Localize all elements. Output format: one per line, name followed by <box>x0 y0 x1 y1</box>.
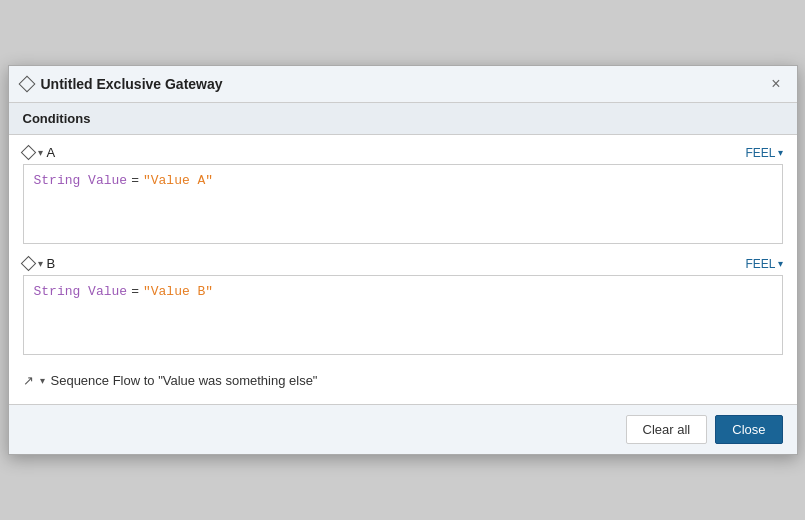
condition-a-header: ▾ A FEEL ▾ <box>23 145 783 160</box>
condition-b-name: B <box>47 256 56 271</box>
dialog-footer: Clear all Close <box>9 404 797 454</box>
condition-a-dropdown-arrow[interactable]: ▾ <box>38 147 43 158</box>
dialog: Untitled Exclusive Gateway × Conditions … <box>8 65 798 455</box>
condition-a-keyword: String Value <box>34 173 128 188</box>
close-button[interactable]: Close <box>715 415 782 444</box>
condition-a-feel-arrow: ▾ <box>778 147 783 158</box>
condition-a-row: ▾ A FEEL ▾ String Value = "Value A" <box>23 145 783 244</box>
clear-all-button[interactable]: Clear all <box>626 415 708 444</box>
dialog-close-button[interactable]: × <box>767 74 784 94</box>
condition-b-feel-button[interactable]: FEEL ▾ <box>745 257 782 271</box>
condition-a-feel-label: FEEL <box>745 146 775 160</box>
dialog-body: ▾ A FEEL ▾ String Value = "Value A" <box>9 135 797 404</box>
condition-a-feel-button[interactable]: FEEL ▾ <box>745 146 782 160</box>
condition-b-header: ▾ B FEEL ▾ <box>23 256 783 271</box>
dialog-header-left: Untitled Exclusive Gateway <box>21 76 223 92</box>
dialog-title: Untitled Exclusive Gateway <box>41 76 223 92</box>
sequence-flow-row: ↗ ▾ Sequence Flow to "Value was somethin… <box>23 367 783 394</box>
condition-b-feel-label: FEEL <box>745 257 775 271</box>
condition-a-label-left: ▾ A <box>23 145 56 160</box>
condition-b-operator: = <box>131 284 139 299</box>
sequence-flow-arrow-icon: ↗ <box>23 373 34 388</box>
sequence-flow-label: Sequence Flow to "Value was something el… <box>51 373 318 388</box>
sequence-flow-dropdown-arrow[interactable]: ▾ <box>40 375 45 386</box>
condition-a-gateway-icon <box>20 145 36 161</box>
condition-a-string: "Value A" <box>143 173 213 188</box>
condition-b-code-area[interactable]: String Value = "Value B" <box>23 275 783 355</box>
condition-b-row: ▾ B FEEL ▾ String Value = "Value B" <box>23 256 783 355</box>
dialog-header: Untitled Exclusive Gateway × <box>9 66 797 103</box>
condition-a-name: A <box>47 145 56 160</box>
condition-a-code-line: String Value = "Value A" <box>34 173 772 188</box>
condition-b-keyword: String Value <box>34 284 128 299</box>
condition-a-code-area[interactable]: String Value = "Value A" <box>23 164 783 244</box>
condition-b-label-left: ▾ B <box>23 256 56 271</box>
condition-b-gateway-icon <box>20 256 36 272</box>
condition-b-string: "Value B" <box>143 284 213 299</box>
conditions-section-label: Conditions <box>9 103 797 135</box>
condition-b-code-line: String Value = "Value B" <box>34 284 772 299</box>
gateway-diamond-icon <box>18 76 35 93</box>
condition-b-dropdown-arrow[interactable]: ▾ <box>38 258 43 269</box>
condition-a-operator: = <box>131 173 139 188</box>
condition-b-feel-arrow: ▾ <box>778 258 783 269</box>
